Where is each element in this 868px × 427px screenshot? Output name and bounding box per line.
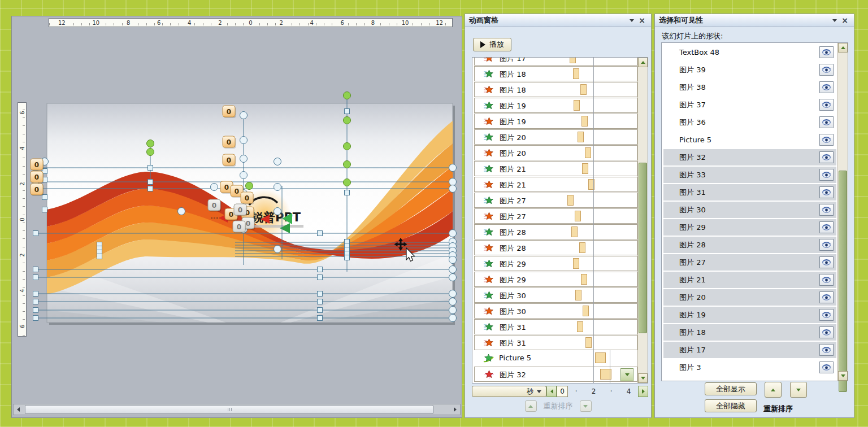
scroll-up-button[interactable]	[838, 43, 848, 53]
shape-row[interactable]: 图片 32	[663, 149, 836, 165]
resize-handle[interactable]	[274, 208, 281, 215]
timeline-bar[interactable]	[577, 321, 583, 332]
resize-handle[interactable]	[449, 164, 457, 172]
visibility-eye-button[interactable]	[819, 204, 834, 216]
shape-row[interactable]: 图片 33	[663, 167, 836, 183]
close-icon[interactable]: ×	[840, 16, 850, 25]
timeline-bar[interactable]	[595, 352, 606, 363]
animation-item[interactable]: 图片 18	[474, 66, 637, 81]
shape-row[interactable]: 图片 27	[663, 254, 836, 271]
visibility-eye-button[interactable]	[819, 221, 834, 233]
scrollbar-track[interactable]	[23, 404, 450, 415]
shape-row[interactable]: 图片 17	[663, 342, 836, 358]
close-icon[interactable]: ×	[637, 16, 647, 25]
timeline-bar[interactable]	[581, 116, 588, 127]
selection-pane-header[interactable]: 选择和可见性 ×	[655, 14, 854, 27]
show-all-button[interactable]: 全部显示	[705, 382, 757, 395]
resize-handle[interactable]	[33, 291, 38, 297]
visibility-eye-button[interactable]	[819, 134, 834, 146]
visibility-eye-button[interactable]	[819, 344, 834, 356]
animation-item[interactable]: 图片 20	[474, 145, 637, 160]
animation-item[interactable]: 图片 31	[474, 335, 637, 350]
animation-item[interactable]: 图片 27	[474, 208, 637, 224]
resize-handle[interactable]	[449, 298, 457, 306]
animation-item[interactable]: 图片 28	[474, 224, 637, 239]
resize-handle[interactable]	[97, 254, 102, 259]
seconds-dropdown[interactable]: 秒	[472, 386, 546, 397]
play-button[interactable]: 播放	[473, 38, 511, 51]
visibility-eye-button[interactable]	[819, 151, 834, 163]
pane-menu-dropdown-icon[interactable]	[830, 16, 840, 25]
resize-handle[interactable]	[345, 190, 350, 195]
resize-handle[interactable]	[345, 109, 350, 114]
reorder-up-button[interactable]	[525, 400, 537, 412]
rotation-handle[interactable]	[344, 117, 351, 124]
resize-handle[interactable]	[318, 275, 323, 280]
timeline-bar[interactable]	[578, 132, 584, 142]
visibility-eye-button[interactable]	[819, 46, 834, 58]
timeline-scroll-left-button[interactable]	[546, 386, 557, 397]
timeline-bar[interactable]	[575, 290, 581, 300]
timeline-bar[interactable]	[573, 258, 579, 269]
shape-row[interactable]: 图片 18	[663, 324, 836, 341]
visibility-eye-button[interactable]	[819, 291, 834, 303]
resize-handle[interactable]	[274, 184, 281, 191]
shape-row[interactable]: TextBox 48	[663, 44, 836, 60]
shape-row[interactable]: 图片 29	[663, 219, 836, 236]
resize-handle[interactable]	[33, 299, 38, 304]
rotation-handle[interactable]	[147, 140, 154, 147]
rotation-handle[interactable]	[344, 92, 351, 99]
resize-handle[interactable]	[42, 207, 47, 212]
visibility-eye-button[interactable]	[819, 64, 834, 76]
resize-handle[interactable]	[449, 266, 457, 273]
timeline-bar[interactable]	[567, 195, 574, 206]
timeline-bar[interactable]	[574, 100, 580, 111]
resize-handle[interactable]	[318, 267, 323, 272]
scrollbar-thumb[interactable]	[25, 405, 433, 414]
send-backward-button[interactable]	[790, 382, 807, 398]
shape-list-scrollbar[interactable]	[837, 43, 848, 381]
timeline-bar[interactable]	[570, 57, 576, 63]
shape-row[interactable]: 图片 28	[663, 237, 836, 253]
shape-row[interactable]: 图片 37	[663, 97, 836, 113]
slide-canvas[interactable]: 锐普PPT 000000000000000	[12, 16, 463, 419]
scrollbar-thumb[interactable]	[839, 171, 847, 392]
animation-item[interactable]: 图片 21	[474, 161, 637, 176]
visibility-eye-button[interactable]	[819, 99, 834, 111]
timeline-bar[interactable]	[579, 242, 585, 253]
timeline-bar[interactable]	[585, 337, 592, 348]
resize-handle[interactable]	[449, 307, 457, 314]
timeline-bar[interactable]	[585, 147, 591, 158]
resize-handle[interactable]	[33, 308, 38, 313]
resize-handle[interactable]	[449, 315, 457, 322]
animation-item[interactable]: 图片 21	[474, 177, 637, 192]
shape-row[interactable]: 图片 36	[663, 114, 836, 130]
resize-handle[interactable]	[449, 178, 457, 186]
resize-handle[interactable]	[211, 184, 218, 191]
shape-row[interactable]: 图片 31	[663, 184, 836, 201]
timeline-bar[interactable]	[573, 68, 579, 79]
animation-item[interactable]: 图片 30	[474, 287, 637, 303]
resize-handle[interactable]	[148, 186, 153, 191]
shape-row[interactable]: 图片 19	[663, 307, 836, 323]
animation-item[interactable]: 图片 19	[474, 98, 637, 113]
resize-handle[interactable]	[178, 208, 185, 215]
resize-handle[interactable]	[274, 246, 281, 253]
animation-item[interactable]: 图片 19	[474, 114, 637, 129]
scroll-down-button[interactable]	[638, 373, 648, 383]
resize-handle[interactable]	[148, 165, 153, 171]
visibility-eye-button[interactable]	[819, 116, 834, 128]
animation-item[interactable]: 图片 29	[474, 272, 637, 287]
resize-handle[interactable]	[449, 290, 457, 298]
animation-item[interactable]: 图片 20	[474, 129, 637, 145]
visibility-eye-button[interactable]	[819, 239, 834, 251]
scrollbar-thumb[interactable]	[639, 163, 647, 333]
visibility-eye-button[interactable]	[819, 169, 834, 181]
timeline-bar[interactable]	[581, 274, 587, 285]
shape-row[interactable]: 图片 21	[663, 272, 836, 288]
horizontal-scrollbar[interactable]	[13, 404, 461, 415]
pane-menu-dropdown-icon[interactable]	[627, 16, 637, 25]
visibility-eye-button[interactable]	[819, 361, 834, 373]
resize-handle[interactable]	[240, 172, 248, 179]
shape-row[interactable]: 图片 3	[663, 359, 836, 376]
